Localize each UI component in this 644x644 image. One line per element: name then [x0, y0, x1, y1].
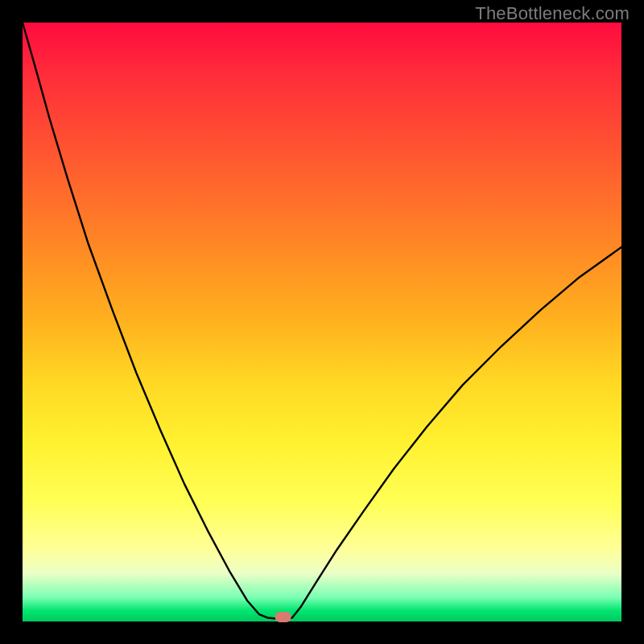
bottleneck-curve [23, 23, 621, 618]
watermark-text: TheBottleneck.com [475, 3, 630, 24]
curve-layer [0, 0, 644, 644]
chart-frame: TheBottleneck.com [0, 0, 644, 644]
optimum-marker [275, 612, 291, 622]
